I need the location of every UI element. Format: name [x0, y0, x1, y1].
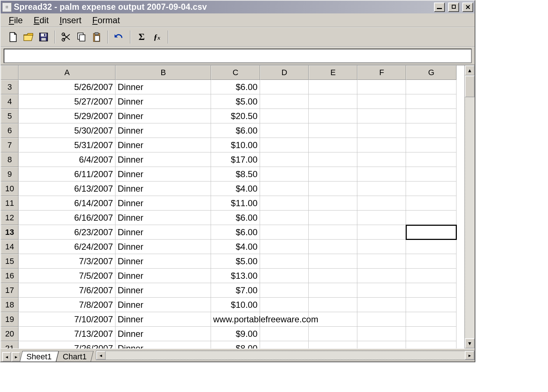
cell-D12[interactable] — [260, 211, 309, 225]
column-header-G[interactable]: G — [406, 65, 456, 80]
cell-E7[interactable] — [309, 138, 357, 152]
cell-B13[interactable]: Dinner — [115, 225, 211, 240]
cell-A12[interactable]: 6/16/2007 — [19, 211, 115, 225]
cell-C20[interactable]: $9.00 — [211, 327, 260, 341]
cell-B8[interactable]: Dinner — [115, 152, 211, 167]
cut-button[interactable] — [59, 30, 73, 44]
cell-D10[interactable] — [260, 181, 309, 196]
row-header[interactable]: 21 — [1, 341, 19, 348]
cell-F16[interactable] — [357, 269, 406, 283]
cell-D5[interactable] — [260, 109, 309, 123]
cell-A5[interactable]: 5/29/2007 — [19, 109, 115, 123]
cell-G17[interactable] — [406, 283, 456, 298]
cell-A18[interactable]: 7/8/2007 — [19, 298, 115, 312]
cell-E3[interactable] — [309, 80, 357, 94]
cell-C9[interactable]: $8.50 — [211, 167, 260, 181]
vertical-scrollbar[interactable]: ▲ ▼ — [464, 65, 475, 348]
row-header[interactable]: 13 — [1, 225, 19, 240]
cell-F13[interactable] — [357, 225, 406, 240]
cell-B7[interactable]: Dinner — [115, 138, 211, 152]
cell-A15[interactable]: 7/3/2007 — [19, 254, 115, 269]
cell-F9[interactable] — [357, 167, 406, 181]
cell-B16[interactable]: Dinner — [115, 269, 211, 283]
cell-G12[interactable] — [406, 211, 456, 225]
cell-A13[interactable]: 6/23/2007 — [19, 225, 115, 240]
cell-G20[interactable] — [406, 327, 456, 341]
row-header[interactable]: 5 — [1, 109, 19, 123]
scroll-track[interactable] — [465, 97, 475, 338]
minimize-button[interactable] — [434, 3, 445, 12]
cell-A8[interactable]: 6/4/2007 — [19, 152, 115, 167]
cell-A4[interactable]: 5/27/2007 — [19, 94, 115, 109]
menu-file[interactable]: File — [6, 15, 26, 26]
cell-B14[interactable]: Dinner — [115, 240, 211, 254]
row-header[interactable]: 19 — [1, 312, 19, 327]
cell-G21[interactable] — [406, 341, 456, 348]
column-header-B[interactable]: B — [115, 65, 211, 80]
cell-G4[interactable] — [406, 94, 456, 109]
cell-A21[interactable]: 7/26/2007 — [19, 341, 115, 348]
row-header[interactable]: 12 — [1, 211, 19, 225]
cell-B21[interactable]: Dinner — [115, 341, 211, 348]
copy-button[interactable] — [74, 30, 89, 44]
close-button[interactable]: ✕ — [462, 3, 473, 12]
row-header[interactable]: 15 — [1, 254, 19, 269]
open-button[interactable] — [21, 30, 36, 44]
cell-E13[interactable] — [309, 225, 357, 240]
cell-E21[interactable] — [309, 341, 357, 348]
cell-F12[interactable] — [357, 211, 406, 225]
cell-E17[interactable] — [309, 283, 357, 298]
cell-D6[interactable] — [260, 123, 309, 138]
menu-edit[interactable]: Edit — [31, 15, 52, 26]
row-header[interactable]: 10 — [1, 181, 19, 196]
cell-E4[interactable] — [309, 94, 357, 109]
cell-F18[interactable] — [357, 298, 406, 312]
column-header-D[interactable]: D — [260, 65, 309, 80]
cell-G9[interactable] — [406, 167, 456, 181]
cell-C12[interactable]: $6.00 — [211, 211, 260, 225]
scroll-right-button[interactable]: ▸ — [465, 351, 474, 360]
row-header[interactable]: 18 — [1, 298, 19, 312]
cell-D14[interactable] — [260, 240, 309, 254]
scroll-thumb[interactable] — [465, 75, 475, 97]
cell-D4[interactable] — [260, 94, 309, 109]
cell-F5[interactable] — [357, 109, 406, 123]
row-header[interactable]: 14 — [1, 240, 19, 254]
cell-C21[interactable]: $8.00 — [211, 341, 260, 348]
hscroll-track[interactable] — [106, 351, 465, 360]
cell-E10[interactable] — [309, 181, 357, 196]
save-button[interactable] — [36, 30, 51, 44]
menu-format[interactable]: Format — [89, 15, 123, 26]
column-header-A[interactable]: A — [19, 65, 115, 80]
horizontal-scrollbar[interactable]: ◂ ▸ — [96, 351, 475, 360]
cell-B18[interactable]: Dinner — [115, 298, 211, 312]
cell-F6[interactable] — [357, 123, 406, 138]
row-header[interactable]: 8 — [1, 152, 19, 167]
cell-G10[interactable] — [406, 181, 456, 196]
cell-F11[interactable] — [357, 196, 406, 211]
cell-A7[interactable]: 5/31/2007 — [19, 138, 115, 152]
cell-G5[interactable] — [406, 109, 456, 123]
cell-F14[interactable] — [357, 240, 406, 254]
cell-C15[interactable]: $5.00 — [211, 254, 260, 269]
cell-B12[interactable]: Dinner — [115, 211, 211, 225]
cell-C4[interactable]: $5.00 — [211, 94, 260, 109]
cell-D3[interactable] — [260, 80, 309, 94]
cell-E15[interactable] — [309, 254, 357, 269]
cell-G6[interactable] — [406, 123, 456, 138]
cell-A11[interactable]: 6/14/2007 — [19, 196, 115, 211]
sheet-tab-chart1[interactable]: Chart1 — [56, 351, 93, 362]
cell-B9[interactable]: Dinner — [115, 167, 211, 181]
cell-F4[interactable] — [357, 94, 406, 109]
cell-A20[interactable]: 7/13/2007 — [19, 327, 115, 341]
cell-C13[interactable]: $6.00 — [211, 225, 260, 240]
cell-C19[interactable]: www.portablefreeware.com — [211, 312, 260, 327]
cell-F21[interactable] — [357, 341, 406, 348]
cell-D7[interactable] — [260, 138, 309, 152]
row-header[interactable]: 4 — [1, 94, 19, 109]
cell-E6[interactable] — [309, 123, 357, 138]
cell-C8[interactable]: $17.00 — [211, 152, 260, 167]
column-header-F[interactable]: F — [357, 65, 406, 80]
cell-D13[interactable] — [260, 225, 309, 240]
cell-C3[interactable]: $6.00 — [211, 80, 260, 94]
